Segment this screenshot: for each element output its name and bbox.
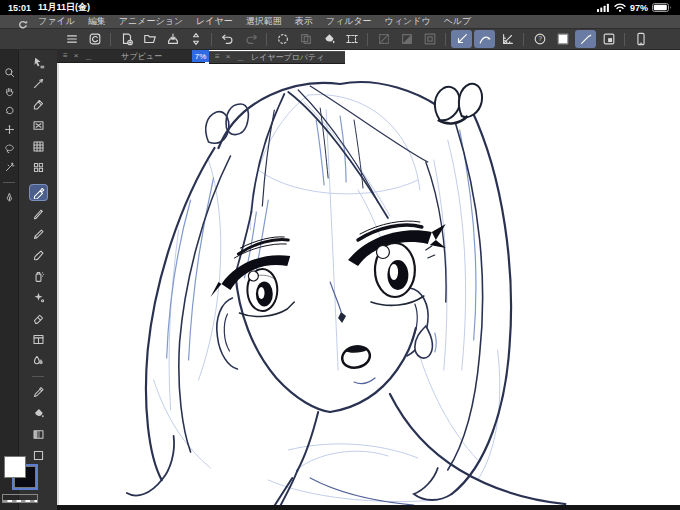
battery-percent: 97% [630, 3, 648, 13]
fill-icon[interactable] [30, 406, 47, 421]
clip-studio-button[interactable] [84, 30, 105, 48]
paste-button[interactable] [295, 30, 316, 48]
toolbar-separator [211, 33, 212, 46]
processing-button[interactable] [272, 30, 293, 48]
open-file-button[interactable] [139, 30, 160, 48]
fill-button[interactable] [318, 30, 339, 48]
menu-item[interactable]: 選択範囲 [246, 15, 282, 28]
sync-button[interactable] [185, 30, 206, 48]
rotate-view-icon[interactable] [2, 104, 17, 117]
menu-items: ファイル編集アニメーションレイヤー選択範囲表示フィルターウィンドウヘルプ [38, 15, 471, 28]
selection-border-button[interactable] [419, 30, 440, 48]
sidebar-column-b [18, 50, 57, 510]
auto-select-icon[interactable] [2, 161, 17, 174]
toolbar-separator [523, 33, 524, 46]
menu-item[interactable]: ファイル [38, 15, 75, 28]
foreground-color-swatch[interactable] [4, 456, 26, 478]
sidebar-column-a [0, 50, 18, 510]
transparent-color-swatch[interactable] [2, 494, 38, 503]
toolbar-separator [266, 33, 267, 46]
crop-button[interactable] [341, 30, 362, 48]
grid-panel-icon[interactable] [30, 139, 47, 154]
layer-property-minimize-button[interactable]: ＿ [236, 52, 244, 63]
status-bar: 15:01 11月11日(金) 97% [0, 0, 680, 15]
eyedropper-icon[interactable] [30, 385, 47, 400]
pencil-icon[interactable] [30, 227, 47, 242]
move-icon[interactable] [2, 123, 17, 136]
invert-selection-button[interactable] [396, 30, 417, 48]
subview-close-button[interactable]: × [74, 51, 79, 62]
menu-item[interactable]: 表示 [295, 15, 313, 28]
subview-palette-title: サブビュー [92, 51, 205, 62]
toolbar-separator [624, 33, 625, 46]
status-time: 15:01 [8, 3, 31, 13]
menu-item[interactable]: アニメーション [119, 15, 183, 28]
app-window: 15:01 11月11日(金) 97% ファイル編集アニメーションレイヤー選択範… [0, 0, 680, 510]
battery-icon [652, 3, 672, 12]
blend-icon[interactable] [30, 353, 47, 368]
hand-icon[interactable] [2, 85, 17, 98]
operation-icon[interactable] [30, 55, 47, 70]
snap-to-grid-button[interactable] [497, 30, 518, 48]
subview-minimize-button[interactable]: ＿ [84, 51, 92, 62]
layer-property-menu-button[interactable]: ≡ [215, 52, 220, 63]
device-button[interactable] [630, 30, 651, 48]
delete-selection-icon[interactable] [30, 118, 47, 133]
window-bottom-edge [57, 505, 680, 510]
menu-bar: ファイル編集アニメーションレイヤー選択範囲表示フィルターウィンドウヘルプ [0, 15, 680, 29]
eraser-icon[interactable] [30, 311, 47, 326]
reset-display-button[interactable]: ? [529, 30, 550, 48]
wifi-icon [614, 3, 626, 12]
tool-sidebar [0, 50, 57, 510]
status-date: 11月11日(金) [38, 1, 90, 14]
brush-icon[interactable] [30, 248, 47, 263]
layer-move-icon[interactable] [30, 76, 47, 91]
canvas[interactable] [57, 50, 680, 505]
svg-text:?: ? [538, 35, 542, 42]
main-menu-button[interactable] [61, 30, 82, 48]
frame-panel-icon[interactable] [30, 332, 47, 347]
current-color-chip-button[interactable] [552, 30, 573, 48]
layer-property-close-button[interactable]: × [226, 52, 231, 63]
zoom-icon[interactable] [2, 66, 17, 79]
marker-icon[interactable] [30, 185, 47, 200]
tool-divider [3, 182, 15, 183]
cellular-signal-icon [597, 3, 610, 12]
pen-icon[interactable] [30, 206, 47, 221]
toolbar-separator [110, 33, 111, 46]
subview-menu-button[interactable]: ≡ [63, 51, 68, 62]
decoration-icon[interactable] [30, 290, 47, 305]
color-swatch-area [2, 454, 42, 506]
draw-mode-button[interactable] [575, 30, 596, 48]
snap-to-special-ruler-button[interactable] [474, 30, 495, 48]
airbrush-icon[interactable] [30, 269, 47, 284]
undo-button[interactable] [217, 30, 238, 48]
subview-palette-bar[interactable]: ≡ × ＿ サブビュー [57, 50, 205, 63]
layer-property-palette-title: レイヤープロパティ [244, 52, 345, 63]
quill-icon[interactable] [2, 191, 17, 204]
material-button[interactable] [598, 30, 619, 48]
toolbar: ? [0, 29, 680, 50]
tool-divider [32, 376, 44, 377]
canvas-artwork[interactable] [59, 50, 680, 505]
deselect-button[interactable] [373, 30, 394, 48]
toolbar-separator [367, 33, 368, 46]
redo-button[interactable] [240, 30, 261, 48]
material-panel-icon[interactable] [30, 160, 47, 175]
menu-item[interactable]: レイヤー [196, 15, 233, 28]
toolbar-separator [445, 33, 446, 46]
menu-item[interactable]: 編集 [88, 15, 106, 28]
snap-to-ruler-button[interactable] [451, 30, 472, 48]
lasso-icon[interactable] [2, 142, 17, 155]
gradient-icon[interactable] [30, 427, 47, 442]
clip-studio-logo-icon[interactable] [16, 16, 29, 27]
save-file-button[interactable] [162, 30, 183, 48]
menu-item[interactable]: ウィンドウ [385, 15, 431, 28]
layer-property-palette-bar[interactable]: ≡ × ＿ レイヤープロパティ [209, 51, 345, 64]
menu-item[interactable]: ヘルプ [444, 15, 472, 28]
subview-zoom-value[interactable]: 7% [192, 50, 209, 62]
new-canvas-button[interactable] [116, 30, 137, 48]
menu-item[interactable]: フィルター [326, 15, 372, 28]
selection-pen-icon[interactable] [30, 97, 47, 112]
